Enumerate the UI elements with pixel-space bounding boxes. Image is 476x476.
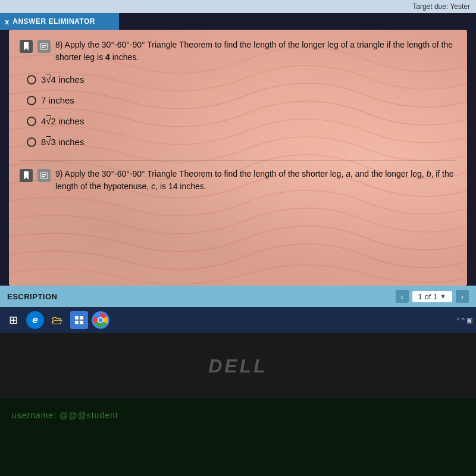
svg-rect-9	[80, 321, 83, 324]
username-display: username: @@@student	[12, 411, 118, 420]
page-number: 1 of 1	[418, 292, 438, 301]
main-content-area: 8) Apply the 30°-60°-90° Triangle Theore…	[9, 30, 467, 286]
prev-page-button[interactable]: ‹	[396, 290, 409, 303]
svg-rect-3	[40, 173, 48, 178]
svg-rect-0	[40, 43, 48, 49]
bookmark-svg	[23, 42, 30, 51]
answer-eliminator-bar[interactable]: x ANSWER ELIMINATOR	[0, 13, 119, 30]
eliminator-label: ANSWER ELIMINATOR	[12, 17, 95, 26]
eliminator-x-icon: x	[5, 17, 9, 26]
bookmark-icon[interactable]	[20, 40, 33, 53]
card-icon[interactable]	[37, 40, 51, 53]
svg-rect-7	[80, 316, 83, 320]
option-row-a[interactable]: 3√4 inches	[27, 74, 456, 84]
options-container: 3√4 inches 7 inches 4√2 inches 8√3 inche…	[20, 74, 456, 147]
card-icon-2[interactable]	[37, 169, 51, 182]
option-row-c[interactable]: 4√2 inches	[27, 116, 456, 126]
dell-logo: DELL	[208, 355, 268, 377]
svg-rect-4	[42, 174, 46, 176]
next-page-button[interactable]: ›	[456, 290, 469, 303]
chrome-icon[interactable]	[92, 311, 109, 329]
radio-c[interactable]	[27, 117, 36, 126]
svg-rect-1	[42, 45, 46, 46]
option-c-text: 4√2 inches	[41, 116, 84, 126]
question-9-text: 9) Apply the 30°-60°-90° Triangle Theore…	[55, 168, 456, 193]
start-button[interactable]: ⊞	[4, 311, 23, 330]
radio-b[interactable]	[27, 96, 36, 105]
taskbar-right: ᴿ ^ ▣	[457, 317, 472, 324]
svg-rect-8	[75, 321, 79, 324]
svg-point-12	[99, 318, 103, 322]
pagination-controls[interactable]: ‹ 1 of 1 ▼ ›	[396, 290, 469, 303]
option-a-text: 3√4 inches	[41, 74, 84, 84]
option-b-text: 7 inches	[41, 95, 74, 105]
description-label: ESCRIPTION	[7, 292, 57, 301]
folder-icon[interactable]: 🗁	[48, 311, 67, 330]
bottom-dark-area: username: @@@student	[0, 399, 476, 476]
taskbar: ⊞ e 🗁 ᴿ ^ ▣	[0, 307, 476, 333]
question-9-row: 9) Apply the 30°-60°-90° Triangle Theore…	[20, 168, 456, 193]
target-due-label: Target due: Yester	[412, 2, 470, 11]
card-svg	[40, 43, 48, 50]
option-d-text: 8√3 inches	[41, 137, 84, 147]
question-divider	[20, 160, 456, 161]
radio-a[interactable]	[27, 75, 36, 84]
page-dropdown-icon[interactable]: ▼	[440, 293, 446, 300]
content-inner: 8) Apply the 30°-60°-90° Triangle Theore…	[9, 30, 467, 212]
edge-icon[interactable]: e	[26, 311, 44, 329]
bookmark-svg-2	[23, 171, 30, 180]
option-row-b[interactable]: 7 inches	[27, 95, 456, 105]
page-display: 1 of 1 ▼	[412, 291, 452, 302]
svg-rect-6	[75, 316, 79, 320]
top-bar: Target due: Yester	[0, 0, 476, 13]
dell-area: DELL	[0, 333, 476, 399]
taskbar-icons-right: ᴿ ^ ▣	[457, 317, 472, 324]
bottom-navigation-bar: ESCRIPTION ‹ 1 of 1 ▼ ›	[0, 286, 476, 307]
svg-rect-2	[42, 47, 45, 48]
store-icon[interactable]	[70, 311, 88, 329]
question-8-text: 8) Apply the 30°-60°-90° Triangle Theore…	[55, 39, 456, 64]
svg-rect-5	[42, 176, 45, 177]
option-row-d[interactable]: 8√3 inches	[27, 137, 456, 147]
radio-d[interactable]	[27, 137, 36, 147]
card-svg-2	[40, 172, 48, 179]
question-8-row: 8) Apply the 30°-60°-90° Triangle Theore…	[20, 39, 456, 64]
bookmark-icon-2[interactable]	[20, 169, 33, 182]
